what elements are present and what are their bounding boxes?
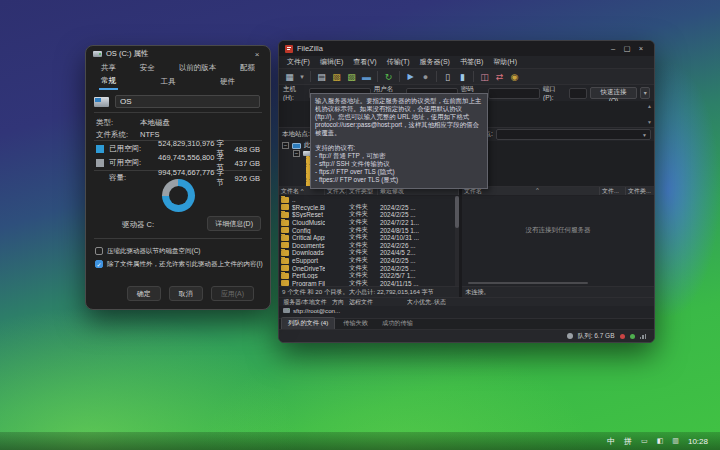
tab-quota[interactable]: 配额 (238, 62, 257, 75)
toggle-transfer-queue-icon[interactable]: ▬ (360, 70, 373, 83)
tab-failed-transfers[interactable]: 传输失败 (337, 318, 374, 329)
index-checkbox-label: 除了文件属性外，还允许索引此驱动器上文件的内容(I) (107, 260, 263, 269)
log-collapse-down-icon[interactable]: ▼ (647, 119, 652, 125)
file-modified: 2024/2/25 ... (378, 265, 418, 272)
index-checkbox[interactable] (95, 260, 103, 268)
file-modified: 2024/4/5 2... (378, 249, 418, 256)
tab-queued-files[interactable]: 列队的文件 (4) (281, 317, 335, 329)
filezilla-titlebar[interactable]: FileZilla – ▢ × (279, 41, 654, 56)
menu-bookmarks[interactable]: 书签(B) (455, 57, 488, 67)
file-modified: 2024/2/25 ... (378, 204, 418, 211)
filezilla-title: FileZilla (297, 44, 323, 53)
port-input[interactable] (569, 88, 587, 99)
ime-language-indicator[interactable]: 中 (607, 436, 615, 447)
cancel-operation-icon[interactable]: ● (419, 70, 432, 83)
queue-size-label: 队列: 6.7 GB (578, 332, 615, 341)
collapse-icon[interactable] (282, 142, 289, 149)
filezilla-statusbar: 队列: 6.7 GB (279, 329, 654, 342)
reconnect-icon[interactable]: ▮ (456, 70, 469, 83)
taskbar: 中 拼 ▭ ◧ ▥ 10:28 (0, 432, 720, 450)
tab-general[interactable]: 常规 (99, 75, 118, 90)
tab-share[interactable]: 共享 (99, 62, 118, 75)
site-manager-dropdown-icon[interactable]: ▾ (298, 70, 306, 83)
dialog-tab-strip-row2: 常规 工具 硬件 (86, 75, 250, 89)
network-icon[interactable]: ▥ (672, 437, 679, 445)
process-queue-icon[interactable]: ▶ (404, 70, 417, 83)
tab-previous-versions[interactable]: 以前的版本 (177, 62, 219, 75)
close-icon[interactable]: × (634, 44, 648, 53)
tooltip-protocol: - ftpes:// FTP over TLS (显式) (315, 176, 483, 184)
details-button[interactable]: 详细信息(D) (207, 216, 261, 231)
menu-file[interactable]: 文件(F) (282, 57, 315, 67)
refresh-icon[interactable]: ↻ (382, 70, 395, 83)
remote-pane: 远程站点: ▼ 文件名 ^ 文件... 文件类... 没有连接到任何服务器 未连… (462, 128, 654, 297)
tab-tools[interactable]: 工具 (159, 76, 178, 89)
scrollbar[interactable] (455, 196, 459, 286)
close-icon[interactable]: × (251, 50, 263, 59)
ok-button[interactable]: 确定 (127, 286, 161, 301)
menu-edit[interactable]: 编辑(E) (315, 57, 348, 67)
file-name: PerfLogs (279, 272, 325, 279)
tooltip-protocol: - ftps:// FTP over TLS (隐式) (315, 168, 483, 176)
free-space-swatch (96, 159, 104, 167)
directory-comparison-icon[interactable]: ◫ (478, 70, 491, 83)
clock[interactable]: 10:28 (688, 437, 708, 446)
volume-name-input[interactable] (115, 95, 260, 108)
site-manager-icon[interactable]: ▦ (283, 70, 296, 83)
tab-security[interactable]: 安全 (138, 62, 157, 75)
type-label: 类型: (96, 118, 140, 128)
toggle-local-tree-icon[interactable]: ▧ (330, 70, 343, 83)
menu-view[interactable]: 查看(V) (348, 57, 381, 67)
tab-hardware[interactable]: 硬件 (218, 76, 237, 89)
file-modified: 2022/5/7 1... (378, 272, 418, 279)
file-name: $Recycle.Bin (279, 204, 325, 211)
server-icon (283, 308, 290, 313)
green-indicator-icon (630, 334, 635, 339)
red-indicator-icon (620, 334, 625, 339)
folder-icon (281, 220, 289, 226)
menu-transfer[interactable]: 传输(T) (382, 57, 415, 67)
menu-server[interactable]: 服务器(S) (415, 57, 455, 67)
remote-directory-tree (462, 141, 654, 187)
collapse-icon[interactable] (293, 150, 300, 157)
folder-icon (281, 242, 289, 248)
used-space-label: 已用空间: (109, 144, 151, 154)
tab-successful-transfers[interactable]: 成功的传输 (376, 318, 419, 329)
menu-help[interactable]: 帮助(H) (488, 57, 522, 67)
log-collapse-up-icon[interactable]: ▲ (647, 103, 652, 109)
column-filesize[interactable]: 文件... (600, 187, 626, 195)
folder-icon (281, 258, 289, 264)
quickconnect-button[interactable]: 快速连接(Q) (590, 87, 638, 99)
volume-icon (94, 97, 109, 107)
display-icon[interactable]: ▭ (641, 437, 648, 445)
remote-site-combo[interactable]: ▼ (496, 129, 651, 140)
file-name: Downloads (279, 249, 325, 256)
synchronized-browsing-icon[interactable]: ⇄ (493, 70, 506, 83)
column-filetype[interactable]: 文件类... (626, 187, 654, 195)
minimize-icon[interactable]: – (606, 44, 620, 53)
combo-arrow-icon: ▼ (642, 132, 647, 138)
toggle-remote-tree-icon[interactable]: ▨ (345, 70, 358, 83)
dialog-titlebar[interactable]: OS (C:) 属性 × (86, 46, 270, 62)
quickconnect-dropdown-icon[interactable]: ▾ (640, 87, 650, 99)
file-row[interactable]: Program Files文件夹2024/11/15 ... (279, 280, 459, 286)
folder-icon (281, 212, 289, 218)
host-label: 主机(H): (283, 85, 306, 101)
horizontal-scrollbar[interactable] (468, 282, 588, 284)
file-name: CloudMusic (279, 219, 325, 226)
password-input[interactable] (488, 88, 540, 99)
disconnect-icon[interactable]: ▯ (441, 70, 454, 83)
compress-checkbox[interactable] (95, 247, 103, 255)
volume-icon[interactable]: ◧ (657, 437, 664, 445)
queue-tabs: 列队的文件 (4) 传输失败 成功的传输 (279, 318, 654, 329)
filezilla-window: FileZilla – ▢ × 文件(F) 编辑(E) 查看(V) 传输(T) … (278, 40, 655, 343)
notification-bell-icon[interactable] (567, 333, 573, 339)
cancel-button[interactable]: 取消 (169, 286, 203, 301)
file-modified: 2024/11/15 ... (378, 280, 421, 286)
find-files-icon[interactable]: ◉ (508, 70, 521, 83)
ime-mode-indicator[interactable]: 拼 (624, 436, 632, 447)
queue-item[interactable]: sftp://root@con... (279, 306, 654, 314)
toggle-message-log-icon[interactable]: ▤ (315, 70, 328, 83)
maximize-icon[interactable]: ▢ (620, 44, 634, 53)
toolbar: ▦ ▾ ▤ ▧ ▨ ▬ ↻ ▶ ● ▯ ▮ ◫ ⇄ ◉ (279, 68, 654, 85)
